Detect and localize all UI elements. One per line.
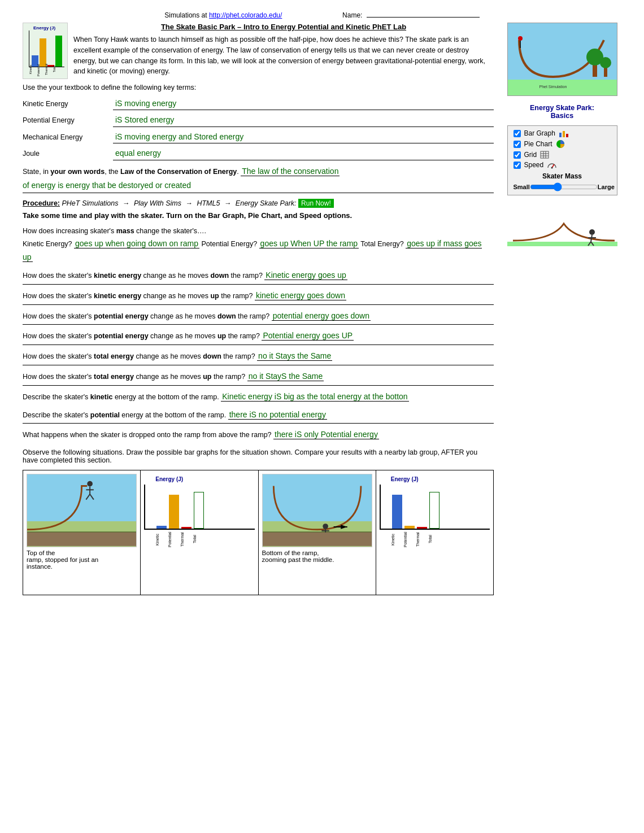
q8-answer: Kinetic energy iS big as the total energ… [221,392,408,402]
arrow3: → [224,199,232,207]
label-thermal-2: Thermal [416,531,426,548]
procedure-step1: PHeT Simulations [62,199,118,207]
svg-rect-23 [566,134,568,137]
name-label: Name: [342,11,362,19]
q7-answer: no it StayS the Same [247,372,324,381]
term-kinetic: Kinetic Energy iS moving energy [23,97,494,110]
key-terms: Kinetic Energy iS moving energy Potentia… [23,97,494,160]
skate-park-image: Phet Simulation [507,23,617,96]
speed-icon [547,161,557,169]
label-total-2: Total [428,531,438,548]
left-section: Energy (J) Kinetic Potential Thermal Tot… [23,23,494,595]
law-answer-block: of energy is energy that be destoryed or… [23,179,494,193]
label-potential-2: Potential [403,531,414,548]
bar-total-1 [194,492,204,529]
pie-chart-label: Pie Chart [524,140,552,148]
label-kinetic-1: Kinetic [155,531,166,548]
observations-text: Observe the following situations. Draw t… [23,448,494,464]
svg-rect-21 [559,133,562,137]
question-mass: How does increasing skater's mass change… [23,225,494,264]
pie-chart-icon [556,139,565,149]
situation2-scene [262,474,372,547]
svg-point-7 [323,524,328,529]
simulations-text: Simulations at [164,11,209,19]
term-joule: Joule equal energy [23,147,494,160]
law-question-text: State, in your own words, the Law of the… [23,165,494,178]
svg-point-1 [87,481,93,487]
q2-answer: Kinetic energy goes up [264,271,347,280]
observations-section: Observe the following situations. Draw t… [23,448,494,595]
situation2-chart: Energy (J) Kinetic Potential Thermal Tot… [376,470,493,595]
bar-potential-1 [169,495,179,529]
bar-potential-2 [404,526,415,529]
svg-rect-32 [507,242,617,246]
lab-title: The Skate Basic Park – Intro to Energy P… [73,23,494,31]
svg-point-17 [600,57,611,68]
question-dropped: What happens when the skater is dropped … [23,428,494,442]
question-pe-up: How does the skater's potential energy c… [23,329,494,345]
label-potential-1: Potential [168,531,178,548]
q4-answer: potential energy goes down [272,311,371,321]
mass-slider: Small Large [514,182,611,191]
pie-chart-checkbox[interactable] [514,141,521,148]
situation1-cell: Top of the ramp, stopped for just an ins… [23,470,141,595]
term-mechanical: Mechanical Energy iS moving energy and S… [23,130,494,143]
bar-kinetic-2 [392,495,402,529]
phet-link[interactable]: http://phet.colorado.edu/ [209,11,282,19]
arrow2: → [185,199,193,207]
energy-axis-label1: Energy (J) [155,476,254,482]
q3-answer: kinetic energy goes down [255,291,346,300]
bar-thermal-1 [181,527,192,529]
speed-row: Speed [514,161,611,169]
bar-graphs-row: Top of the ramp, stopped for just an ins… [23,470,494,595]
situation2-caption: Bottom of the ramp, zooming past the mid… [262,549,372,563]
term-kinetic-label: Kinetic Energy [23,98,113,110]
procedure-label: Procedure: [23,199,60,207]
controls-box: Bar Graph Pie Chart [507,125,617,195]
question-pe-down: How does the skater's potential energy c… [23,309,494,325]
grid-label: Grid [524,151,537,159]
bar-graph-checkbox[interactable] [514,130,521,137]
bar-labels-1: Kinetic Potential Thermal Total [144,531,254,548]
q9-answer: there iS no potential energy [228,410,327,420]
q5-answer: Potential energy goes UP [262,331,354,341]
q2-text: How does the skater's kinetic energy cha… [23,269,494,282]
energy-chart-decoration: Energy (J) Kinetic Potential Thermal Tot… [23,23,68,79]
question-te-up: How does the skater's total energy chang… [23,370,494,386]
law-answer-inline: The law of the conservation [241,167,340,176]
svg-line-4 [86,494,90,500]
key-terms-intro: Use the your textbook to define the foll… [23,84,494,91]
svg-point-33 [589,229,595,235]
q5-text: How does the skater's potential energy c… [23,329,494,343]
term-joule-label: Joule [23,148,113,159]
small-label: Small [514,184,530,190]
q1-text: How does increasing skater's mass change… [23,225,494,237]
q1-sub: Kinetic Energy? goes up when going down … [23,237,494,264]
term-potential: Potential Energy iS Stored energy [23,114,494,127]
speed-checkbox[interactable] [514,162,521,169]
skate-park-label: Energy Skate Park: Basics [530,104,594,120]
term-kinetic-answer: iS moving energy [113,97,494,110]
intro-paragraph: When Tony Hawk wants to launch himself a… [73,34,494,77]
label-thermal-1: Thermal [180,531,190,548]
term-joule-answer: equal energy [113,147,494,160]
grid-icon [540,151,549,159]
grid-checkbox[interactable] [514,151,521,159]
mass-range-input[interactable] [530,182,598,191]
energy-bars-2 [380,485,490,530]
skater-decoration [507,201,617,246]
q7-text: How does the skater's total energy chang… [23,370,494,383]
svg-rect-22 [563,131,565,137]
svg-point-31 [551,167,553,169]
svg-line-5 [90,494,94,500]
speed-label: Speed [524,161,544,169]
question-ke-up: How does the skater's kinetic energy cha… [23,289,494,305]
question-kinetic-bottom: Describe the skater's kinetic energy at … [23,390,494,404]
large-label: Large [598,184,615,190]
bar-graph-label: Bar Graph [524,129,555,137]
q6-text: How does the skater's total energy chang… [23,350,494,363]
run-now-button[interactable]: Run Now! [298,199,334,208]
energy-axis-label2: Energy (J) [391,476,490,482]
main-instruction: Take some time and play with the skater.… [23,211,494,220]
top-header: Simulations at http://phet.colorado.edu/… [23,11,621,19]
